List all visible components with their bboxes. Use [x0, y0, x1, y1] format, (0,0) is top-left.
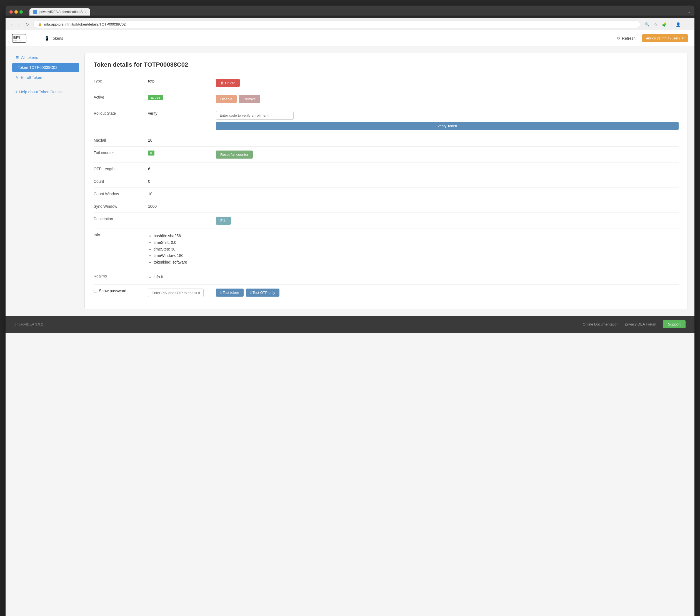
show-password-cell: Show password	[93, 285, 143, 301]
active-badge: active	[148, 95, 163, 100]
tab-close-button[interactable]: ×	[85, 11, 86, 14]
current-token-label: Token TOTP00038C02	[18, 65, 58, 70]
footer-links: Online Documentation privacyIDEA Forum S…	[583, 320, 686, 328]
search-icon[interactable]: 🔍	[643, 21, 651, 28]
online-doc-link[interactable]: Online Documentation	[583, 322, 618, 326]
list-item: timeShift: 0.0	[154, 239, 211, 246]
sidebar-divider	[12, 83, 79, 87]
forward-button[interactable]: ›	[17, 21, 21, 28]
verify-token-button[interactable]: Verify Token	[216, 122, 679, 130]
count-window-value: 10	[143, 188, 216, 200]
realms-actions	[216, 270, 679, 285]
nav-tokens-label: Tokens	[51, 36, 63, 40]
table-row: Maxfail 10	[93, 134, 679, 147]
bookmark-icon[interactable]: ☆	[653, 21, 659, 28]
sidebar-item-current-token[interactable]: Token TOTP00038C02	[12, 63, 79, 72]
address-input[interactable]: 🔒 mfa.app-pre.infn.it/#!/token/details/T…	[33, 21, 640, 28]
maxfail-value: 10	[143, 134, 216, 147]
type-label: Type	[93, 75, 143, 91]
menu-icon[interactable]: ⋮	[684, 21, 690, 28]
fail-counter-actions: Reset fail counter	[216, 147, 679, 163]
table-row: Description Edit	[93, 213, 679, 229]
disable-button[interactable]: Disable	[216, 95, 237, 103]
refresh-icon: ↻	[617, 36, 620, 40]
svg-text:INFN: INFN	[13, 36, 20, 39]
list-item: hashlib: sha256	[154, 233, 211, 239]
sidebar-item-enroll[interactable]: ✎ Enroll Token	[12, 73, 79, 82]
rollout-actions: Verify Token	[216, 107, 679, 134]
enroll-label: Enroll Token	[21, 75, 42, 80]
verify-enrollment-input[interactable]	[216, 111, 293, 120]
nav-tokens[interactable]: 📱 Tokens	[40, 34, 67, 43]
all-tokens-label: All tokens	[21, 55, 38, 60]
back-button[interactable]: ‹	[10, 21, 14, 28]
revoke-button[interactable]: Revoke	[239, 95, 260, 103]
tab-overflow-icon[interactable]: ⌄	[688, 10, 690, 14]
refresh-label: Refresh	[622, 36, 636, 40]
show-password-label[interactable]: Show password	[93, 289, 139, 293]
close-traffic-light[interactable]	[10, 10, 13, 14]
user-menu-button[interactable]: enrico @infn.it (user) ▾	[642, 34, 688, 42]
user-label: enrico @infn.it (user)	[646, 36, 680, 40]
info-circle-icon-2: ℹ	[250, 290, 252, 295]
edit-button[interactable]: Edit	[216, 217, 231, 225]
reset-fail-counter-button[interactable]: Reset fail counter	[216, 151, 253, 159]
maxfail-actions	[216, 134, 679, 147]
refresh-button[interactable]: ↻ Refresh	[614, 35, 639, 42]
table-row: Count Window 10	[93, 188, 679, 200]
active-btn-row: Disable Revoke	[216, 95, 679, 103]
token-panel: Token details for TOTP00038C02 Type totp…	[85, 53, 688, 309]
nav-items: 📱 Tokens	[40, 34, 614, 43]
support-button[interactable]: Support	[663, 320, 686, 328]
sidebar-item-all-tokens[interactable]: ☰ All tokens	[12, 53, 79, 62]
trash-icon: 🗑	[220, 81, 224, 85]
sidebar-item-help[interactable]: ℹ Help about Token Details	[12, 87, 79, 96]
description-label: Description	[93, 213, 143, 229]
test-actions: ℹ Test token ℹ Test OTP only	[216, 285, 679, 301]
minimize-traffic-light[interactable]	[14, 10, 18, 14]
info-circle-icon: ℹ	[220, 290, 222, 295]
address-actions: 🔍 ☆ 🧩 👤 ⋮	[643, 21, 690, 28]
delete-button[interactable]: 🗑 Delete	[216, 79, 240, 87]
profile-icon[interactable]: 👤	[675, 21, 682, 28]
sync-window-label: Sync Window	[93, 200, 143, 213]
logo-svg: INFN COR · AAI	[12, 33, 32, 43]
table-row: Count 0	[93, 175, 679, 188]
fail-counter-badge: 0	[148, 151, 154, 155]
enroll-icon: ✎	[15, 76, 18, 80]
count-actions	[216, 175, 679, 188]
maxfail-label: Maxfail	[93, 134, 143, 147]
fail-counter-label: Fail counter	[93, 147, 143, 163]
otp-length-value: 6	[143, 163, 216, 175]
forum-link[interactable]: privacyIDEA Forum	[625, 322, 656, 326]
active-actions: Disable Revoke	[216, 91, 679, 107]
list-item: infn.it	[154, 274, 211, 280]
active-label: Active	[93, 91, 143, 107]
pin-otp-input[interactable]	[148, 289, 204, 297]
realms-value: infn.it	[143, 270, 216, 285]
table-row: OTP Length 6	[93, 163, 679, 175]
test-token-button[interactable]: ℹ Test token	[216, 289, 243, 297]
type-value: totp	[143, 75, 216, 91]
description-actions: Edit	[216, 213, 679, 229]
extensions-icon[interactable]: 🧩	[661, 21, 668, 28]
list-item: timeStep: 30	[154, 246, 211, 253]
show-password-checkbox[interactable]	[93, 289, 97, 292]
address-bar: ‹ › ↻ 🔒 mfa.app-pre.infn.it/#!/token/det…	[5, 18, 695, 30]
test-otp-only-button[interactable]: ℹ Test OTP only	[246, 289, 280, 297]
help-icon: ℹ	[15, 90, 17, 94]
count-window-actions	[216, 188, 679, 200]
new-tab-button[interactable]: +	[92, 10, 95, 14]
realms-label: Realms	[93, 270, 143, 285]
otp-length-label: OTP Length	[93, 163, 143, 175]
table-row: Active active Disable Revoke	[93, 91, 679, 107]
active-value: active	[143, 91, 216, 107]
detail-table: Type totp 🗑 Delete	[93, 75, 679, 301]
active-tab[interactable]: privacyIDEA Authentication S ×	[29, 8, 90, 15]
otp-length-actions	[216, 163, 679, 175]
reload-button[interactable]: ↻	[24, 21, 30, 28]
maximize-traffic-light[interactable]	[20, 10, 23, 14]
table-row: Rollout State verify Verify Token	[93, 107, 679, 134]
table-row: Type totp 🗑 Delete	[93, 75, 679, 91]
sidebar: ☰ All tokens Token TOTP00038C02 ✎ Enroll…	[12, 53, 79, 309]
